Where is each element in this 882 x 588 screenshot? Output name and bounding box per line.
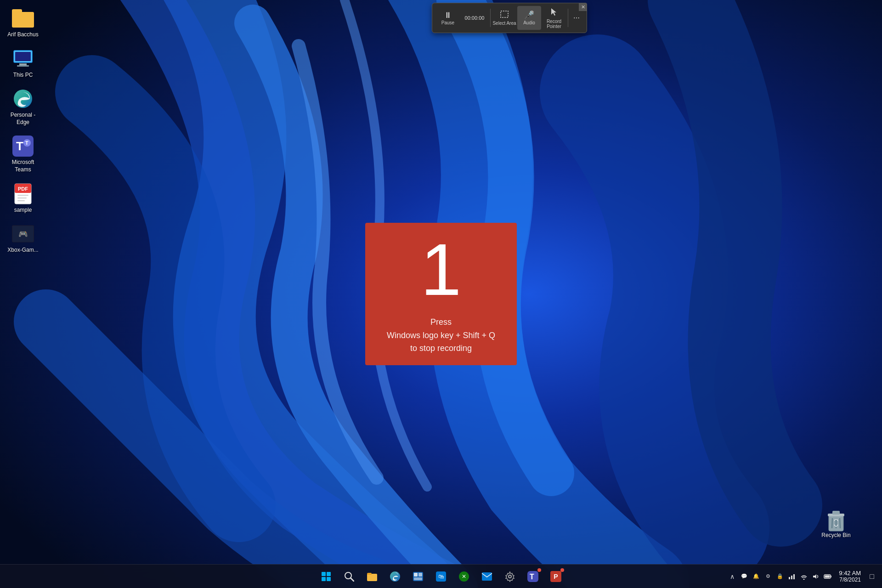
audio-button[interactable]: 🎤 Audio: [517, 6, 541, 30]
xbox-icon: 🎮: [12, 225, 34, 243]
taskbar-right: ∧ 💬 🔔 ⚙ 🔒: [727, 568, 877, 585]
svg-rect-35: [414, 573, 418, 577]
widgets-button[interactable]: [408, 566, 428, 587]
svg-text:🛍: 🛍: [438, 573, 444, 580]
svg-rect-28: [322, 577, 326, 581]
desktop-icon-arif-bacchus[interactable]: Arif Bacchus: [5, 5, 41, 41]
powerpoint-taskbar-icon: P: [550, 571, 561, 582]
svg-text:✕: ✕: [462, 573, 466, 580]
tray-chevron[interactable]: ∧: [727, 568, 738, 585]
timer-display: 00:00:00: [461, 6, 488, 30]
svg-rect-36: [418, 573, 422, 577]
tray-volume[interactable]: [810, 568, 821, 585]
timer-value: 00:00:00: [465, 16, 485, 21]
battery-icon: [824, 574, 832, 579]
record-pointer-button[interactable]: Record Pointer: [542, 6, 566, 30]
desktop-icon-microsoft-teams[interactable]: T T Microsoft Teams: [5, 132, 41, 176]
svg-rect-49: [791, 576, 792, 579]
icon-label-arif-bacchus: Arif Bacchus: [7, 31, 38, 39]
select-area-icon: [500, 10, 509, 20]
toolbar-close-button[interactable]: ✕: [579, 3, 587, 11]
svg-rect-50: [793, 574, 795, 579]
svg-point-51: [803, 578, 805, 580]
thispc-icon: [12, 50, 34, 68]
more-icon: ⋯: [573, 15, 580, 21]
widgets-icon: [413, 571, 424, 582]
desktop-icon-this-pc[interactable]: This PC: [5, 45, 41, 82]
icon-label-personal-edge: Personal - Edge: [7, 112, 39, 126]
svg-text:🎮: 🎮: [18, 229, 28, 239]
countdown-line1: Press: [430, 317, 452, 327]
svg-text:T: T: [530, 573, 534, 581]
tray-unknown3[interactable]: ⚙: [763, 568, 774, 585]
teams-badge: [537, 568, 541, 572]
audio-icon: 🎤: [524, 11, 534, 19]
svg-rect-27: [327, 572, 331, 576]
teams-icon: T T: [12, 136, 34, 157]
pause-button[interactable]: ⏸ Pause: [436, 6, 460, 30]
tray-unknown2[interactable]: 🔔: [751, 568, 762, 585]
svg-rect-14: [17, 198, 27, 198]
clock-area[interactable]: 9:42 AM 7/8/2021: [836, 569, 864, 584]
countdown-line3: to stop recording: [410, 344, 472, 353]
svg-line-23: [832, 518, 832, 528]
svg-rect-2: [15, 52, 31, 61]
select-area-button[interactable]: Select Area: [492, 6, 516, 30]
desktop-icon-xbox-game[interactable]: 🎮 Xbox-Gam...: [5, 220, 41, 257]
powerpoint-badge: [560, 568, 564, 572]
start-button[interactable]: [316, 566, 336, 587]
xbox-taskbar-button[interactable]: ✕: [454, 566, 474, 587]
notifications-button[interactable]: □: [866, 568, 877, 585]
svg-rect-4: [17, 65, 29, 67]
wifi-icon: [800, 573, 808, 580]
audio-label: Audio: [523, 20, 535, 25]
tray-unknown4[interactable]: 🔒: [775, 568, 786, 585]
file-explorer-icon: [367, 571, 378, 582]
record-pointer-icon: [549, 7, 559, 18]
search-button[interactable]: [339, 566, 359, 587]
clock-date: 7/8/2021: [839, 577, 861, 583]
powerpoint-taskbar-button[interactable]: P: [546, 566, 566, 587]
svg-rect-42: [482, 572, 492, 581]
volume-icon: [812, 573, 820, 580]
desktop-icons-container: Arif Bacchus This PC: [5, 5, 41, 257]
desktop-icon-sample[interactable]: PDF sample: [5, 180, 41, 217]
svg-rect-19: [501, 11, 508, 17]
store-button[interactable]: 🛍: [431, 566, 451, 587]
toolbar-divider-2: [568, 9, 568, 27]
svg-rect-13: [17, 195, 28, 196]
svg-point-43: [509, 575, 511, 578]
select-area-label: Select Area: [492, 21, 516, 26]
svg-rect-54: [825, 575, 830, 577]
svg-rect-48: [789, 577, 790, 579]
tray-wifi[interactable]: [798, 568, 809, 585]
settings-taskbar-button[interactable]: [500, 566, 520, 587]
pause-icon: ⏸: [444, 11, 452, 19]
search-icon: [344, 571, 354, 582]
mail-button[interactable]: [477, 566, 497, 587]
svg-rect-37: [414, 577, 422, 580]
teams-taskbar-button[interactable]: T: [523, 566, 543, 587]
pdf-icon: PDF: [14, 183, 32, 205]
countdown-text: Press Windows logo key + Shift + Q to st…: [387, 316, 495, 355]
svg-rect-32: [367, 574, 377, 581]
toolbar-divider-1: [490, 9, 491, 27]
svg-text:T: T: [16, 139, 23, 153]
edge-taskbar-button[interactable]: [385, 566, 405, 587]
record-pointer-label: Record Pointer: [542, 19, 566, 29]
tray-battery[interactable]: [822, 568, 833, 585]
pause-label: Pause: [441, 20, 454, 25]
xbox-taskbar-icon: ✕: [458, 571, 469, 582]
windows-logo-icon: [321, 571, 331, 582]
svg-line-31: [351, 578, 354, 581]
network-icon: [788, 573, 796, 580]
system-tray-icons: ∧ 💬 🔔 ⚙ 🔒: [727, 568, 833, 585]
svg-rect-29: [327, 577, 331, 581]
desktop-icon-personal-edge[interactable]: Personal - Edge: [5, 85, 41, 129]
tray-unknown1[interactable]: 💬: [739, 568, 750, 585]
icon-label-microsoft-teams: Microsoft Teams: [7, 159, 39, 173]
file-explorer-button[interactable]: [362, 566, 382, 587]
taskbar: 🛍 ✕: [0, 564, 882, 588]
desktop-icon-recycle-bin[interactable]: Recycle Bin: [818, 505, 854, 542]
tray-network[interactable]: [786, 568, 797, 585]
